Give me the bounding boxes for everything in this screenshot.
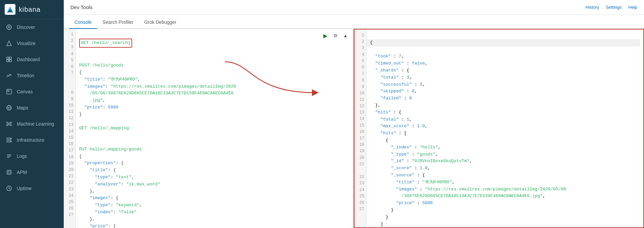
svg-point-3 <box>8 27 10 28</box>
help-link[interactable]: Help <box>628 5 637 10</box>
sidebar-item-infrastructure[interactable]: Infrastructure <box>0 132 64 148</box>
tab-grok-debugger[interactable]: Grok Debugger <box>139 16 182 29</box>
sidebar: kibana Discover Visualize <box>0 0 64 228</box>
logs-icon <box>5 152 13 160</box>
svg-point-20 <box>10 122 12 123</box>
tabs-bar: Console Search Profiler Grok Debugger <box>64 15 644 29</box>
sidebar-item-label-discover: Discover <box>17 25 35 30</box>
tab-search-profiler[interactable]: Search Profiler <box>97 16 139 29</box>
settings-link[interactable]: Settings <box>606 5 622 10</box>
canvas-icon <box>5 88 13 95</box>
ml-icon <box>5 120 13 128</box>
sidebar-item-label-ml: Machine Learning <box>17 121 54 127</box>
svg-point-30 <box>10 141 11 142</box>
sidebar-item-canvas[interactable]: Canvas <box>0 84 64 100</box>
left-code-area[interactable]: 1 2 3 4 5 6 7 8 9 10 11 12 13 14 15 <box>64 29 353 228</box>
svg-point-19 <box>6 122 8 123</box>
expand-button[interactable]: ▲ <box>341 32 350 40</box>
sidebar-item-label-maps: Maps <box>17 105 28 110</box>
svg-rect-35 <box>8 171 10 173</box>
right-panel: 1 2 3 4 5 6 7 8 9 10 11 12 13 14 15 16 1 <box>354 29 644 228</box>
sidebar-item-ml[interactable]: Machine Learning <box>0 116 64 132</box>
topbar: Dev Tools History Settings Help <box>64 0 644 15</box>
sidebar-logo: kibana <box>0 0 64 19</box>
sidebar-item-label-dashboard: Dashboard <box>17 57 40 62</box>
page-title: Dev Tools <box>70 4 93 10</box>
svg-point-29 <box>10 138 11 139</box>
svg-rect-11 <box>7 60 9 62</box>
kibana-logo-text: kibana <box>19 6 41 13</box>
svg-rect-12 <box>9 60 11 62</box>
right-line-numbers: 1 2 3 4 5 6 7 8 9 10 11 12 13 14 15 16 1 <box>355 30 367 227</box>
sidebar-item-label-apm: APM <box>17 170 27 175</box>
svg-point-21 <box>6 125 8 126</box>
topbar-actions: History Settings Help <box>586 5 637 10</box>
sidebar-item-dashboard[interactable]: Dashboard <box>0 51 64 67</box>
uptime-icon <box>5 185 13 192</box>
history-link[interactable]: History <box>586 5 599 10</box>
sidebar-item-label-visualize: Visualize <box>17 41 36 46</box>
sidebar-item-maps[interactable]: Maps <box>0 100 64 116</box>
sidebar-item-label-timelion: Timelion <box>17 73 34 78</box>
sidebar-item-label-logs: Logs <box>17 153 27 159</box>
right-code-area[interactable]: 1 2 3 4 5 6 7 8 9 10 11 12 13 14 15 16 1 <box>355 30 643 227</box>
infrastructure-icon <box>5 136 13 144</box>
sidebar-item-discover[interactable]: Discover <box>0 19 64 35</box>
kibana-logo-icon <box>5 4 15 15</box>
sidebar-item-apm[interactable]: APM <box>0 164 64 180</box>
svg-rect-10 <box>9 57 11 59</box>
panel-toolbar: ▶ ⚙ ▲ <box>321 32 350 40</box>
run-button[interactable]: ▶ <box>321 32 329 40</box>
discover-icon <box>5 24 13 31</box>
sidebar-item-uptime[interactable]: Uptime <box>0 180 64 196</box>
dashboard-icon <box>5 56 13 63</box>
svg-point-22 <box>10 125 12 126</box>
left-panel: ▶ ⚙ ▲ 1 2 3 4 5 6 7 8 9 10 <box>64 29 354 228</box>
tools-button[interactable]: ⚙ <box>331 32 339 40</box>
left-line-numbers: 1 2 3 4 5 6 7 8 9 10 11 12 13 14 15 <box>64 29 76 228</box>
sidebar-item-logs[interactable]: Logs <box>0 148 64 164</box>
main-content: Dev Tools History Settings Help Console … <box>64 0 644 228</box>
sidebar-item-timelion[interactable]: Timelion <box>0 67 64 84</box>
svg-point-2 <box>7 25 11 30</box>
sidebar-item-label-canvas: Canvas <box>17 89 33 94</box>
sidebar-item-label-uptime: Uptime <box>17 186 32 191</box>
maps-icon <box>5 104 13 111</box>
apm-icon <box>5 169 13 176</box>
left-code-content[interactable]: GET /hello/_search| POST /hello/goods { … <box>76 29 353 228</box>
visualize-icon <box>5 40 13 47</box>
sidebar-nav: Discover Visualize Dashboard <box>0 19 64 228</box>
svg-marker-8 <box>7 41 11 46</box>
svg-rect-34 <box>7 170 11 174</box>
tab-console[interactable]: Console <box>69 16 97 29</box>
svg-point-18 <box>8 123 10 125</box>
sidebar-item-visualize[interactable]: Visualize <box>0 35 64 51</box>
svg-rect-14 <box>8 90 9 92</box>
sidebar-item-label-infrastructure: Infrastructure <box>17 137 44 143</box>
svg-rect-9 <box>7 57 9 59</box>
timelion-icon <box>5 72 13 79</box>
editor-area: ▶ ⚙ ▲ 1 2 3 4 5 6 7 8 9 10 <box>64 29 644 228</box>
right-code-content: { "took" : 7, "timed_out" : false, "_sha… <box>367 30 643 227</box>
